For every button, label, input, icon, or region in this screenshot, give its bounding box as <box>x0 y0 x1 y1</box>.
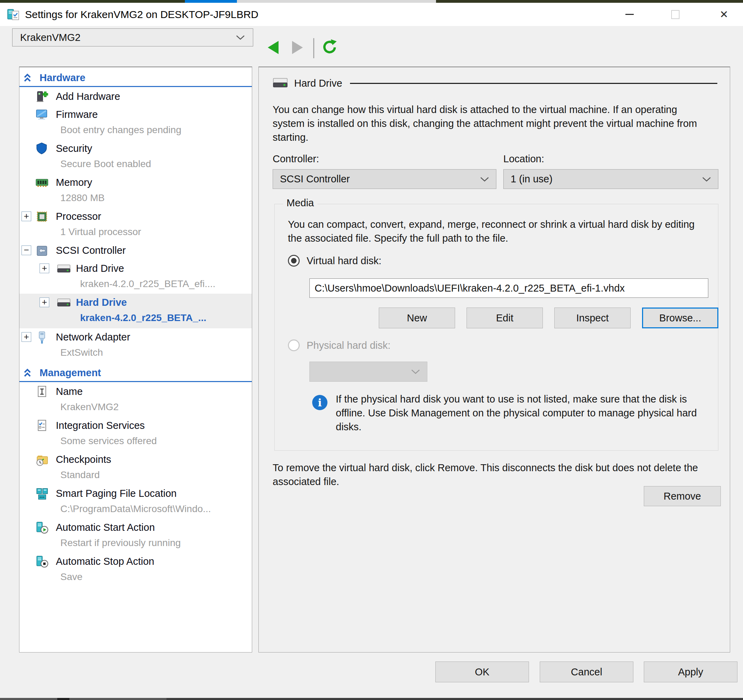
add-hardware-icon <box>36 90 49 104</box>
network-adapter-icon <box>36 331 49 345</box>
expand-icon[interactable]: + <box>40 297 49 307</box>
scsi-controller-icon <box>36 244 49 258</box>
maximize-icon <box>671 10 679 19</box>
section-divider <box>19 381 252 382</box>
refresh-icon[interactable] <box>321 39 337 56</box>
new-button[interactable]: New <box>379 307 455 328</box>
settings-navigation-tree: Hardware Add Hardware <box>19 66 252 653</box>
panel-header: Hard Drive <box>272 75 717 91</box>
management-section-label: Management <box>40 367 101 379</box>
tree-item-label: Automatic Stop Action <box>56 556 154 567</box>
navigate-back-icon[interactable] <box>268 41 278 54</box>
sidebar-item-checkpoints[interactable]: Checkpoints Standard <box>19 451 252 485</box>
sidebar-item-automatic-stop-action[interactable]: Automatic Stop Action Save <box>19 553 252 586</box>
location-label: Location: <box>503 153 544 165</box>
tree-item-label: Processor <box>56 211 101 222</box>
vhd-button-row: New Edit Inspect Browse... <box>379 307 718 328</box>
hard-drive-icon <box>57 262 71 276</box>
virtual-hard-disk-label: Virtual hard disk: <box>306 255 381 267</box>
sidebar-item-name[interactable]: Name KrakenVMG2 <box>19 383 252 417</box>
tree-item-sub: Standard <box>60 470 100 480</box>
sidebar-item-smart-paging-file-location[interactable]: Smart Paging File Location C:\ProgramDat… <box>19 485 252 519</box>
virtual-hard-disk-radio[interactable]: Virtual hard disk: <box>288 255 381 267</box>
tree-item-label: Automatic Start Action <box>56 522 155 533</box>
tree-item-sub: kraken-4.2.0_r225_BETA_... <box>80 312 206 323</box>
media-groupbox: Media You can compact, convert, expand, … <box>274 204 718 451</box>
checkpoints-icon <box>36 453 49 467</box>
media-group-label: Media <box>283 197 317 209</box>
sidebar-item-processor[interactable]: + Processor 1 Virtual processor <box>19 208 252 242</box>
tree-item-label: Smart Paging File Location <box>56 488 176 499</box>
collapse-section-icon[interactable] <box>22 73 33 84</box>
sidebar-item-hard-drive-1[interactable]: + Hard Drive kraken-4.2.0_r225_BETA_efi.… <box>19 260 252 294</box>
apply-button[interactable]: Apply <box>644 662 737 682</box>
radio-selected-icon <box>288 255 300 267</box>
vm-selector-dropdown[interactable]: KrakenVMG2 <box>12 28 253 46</box>
name-icon <box>36 385 49 399</box>
minimize-button[interactable] <box>617 3 642 26</box>
automatic-start-action-icon <box>36 521 49 535</box>
remove-button[interactable]: Remove <box>644 486 721 506</box>
sidebar-item-automatic-start-action[interactable]: Automatic Start Action Restart if previo… <box>19 519 252 553</box>
radio-unselected-icon <box>288 340 300 351</box>
expand-icon[interactable]: + <box>22 332 31 342</box>
sidebar-item-network-adapter[interactable]: + Network Adapter ExtSwitch <box>19 328 252 362</box>
media-description: You can compact, convert, expand, merge,… <box>288 217 709 245</box>
sidebar-item-add-hardware[interactable]: Add Hardware <box>19 88 252 106</box>
browse-button[interactable]: Browse... <box>642 307 718 328</box>
tree-item-label: Security <box>56 143 92 154</box>
cancel-button[interactable]: Cancel <box>540 662 633 682</box>
sidebar-item-integration-services[interactable]: Integration Services Some services offer… <box>19 417 252 451</box>
processor-icon <box>36 210 49 224</box>
hard-drive-icon <box>57 296 71 310</box>
tree-item-label: Firmware <box>56 109 98 120</box>
ok-button[interactable]: OK <box>435 662 529 682</box>
tree-item-sub: 1 Virtual processor <box>60 226 141 238</box>
settings-window: Settings for KrakenVMG2 on DESKTOP-JF9LB… <box>0 0 743 700</box>
controller-label: Controller: <box>272 153 319 165</box>
window-title: Settings for KrakenVMG2 on DESKTOP-JF9LB… <box>25 3 258 26</box>
desktop-background-strip <box>0 0 743 3</box>
collapse-section-icon[interactable] <box>22 368 33 380</box>
sidebar-item-memory[interactable]: Memory 12880 MB <box>19 174 252 208</box>
physical-hard-disk-label: Physical hard disk: <box>306 340 391 351</box>
automatic-stop-action-icon <box>36 555 49 569</box>
vhd-path-input[interactable] <box>309 278 708 298</box>
info-text: If the physical hard disk you want to us… <box>336 392 710 434</box>
inspect-button[interactable]: Inspect <box>554 307 631 328</box>
physical-hard-disk-radio: Physical hard disk: <box>288 340 391 351</box>
tree-item-sub: Save <box>60 572 83 582</box>
tree-item-label: Integration Services <box>56 420 145 431</box>
close-button[interactable]: ✕ <box>712 3 736 26</box>
chevron-down-icon <box>480 176 489 182</box>
tree-item-label: Add Hardware <box>56 91 120 102</box>
location-value: 1 (in use) <box>511 173 552 185</box>
title-bar[interactable]: Settings for KrakenVMG2 on DESKTOP-JF9LB… <box>0 3 743 26</box>
tree-item-sub: KrakenVMG2 <box>60 402 118 413</box>
maximize-button <box>663 3 688 26</box>
panel-title: Hard Drive <box>294 78 342 89</box>
edit-button[interactable]: Edit <box>466 307 543 328</box>
security-shield-icon <box>36 142 49 156</box>
tree-item-sub: Secure Boot enabled <box>60 158 151 170</box>
sidebar-item-security[interactable]: Security Secure Boot enabled <box>19 140 252 174</box>
smart-paging-icon <box>36 487 49 501</box>
hard-drive-settings-panel: Hard Drive You can change how this virtu… <box>258 66 730 653</box>
vm-selector-value: KrakenVMG2 <box>20 32 80 43</box>
tree-item-label: Network Adapter <box>56 331 130 343</box>
controller-value: SCSI Controller <box>280 173 350 185</box>
controller-dropdown[interactable]: SCSI Controller <box>272 169 496 189</box>
memory-icon <box>36 176 49 190</box>
expand-icon[interactable]: + <box>40 263 49 273</box>
physical-disk-dropdown <box>309 362 427 382</box>
info-icon: i <box>312 395 327 410</box>
collapse-icon[interactable]: − <box>22 245 31 255</box>
sidebar-item-hard-drive-2-selected[interactable]: + Hard Drive kraken-4.2.0_r225_BETA_... <box>19 294 252 328</box>
chevron-down-icon <box>411 369 420 374</box>
expand-icon[interactable]: + <box>22 211 31 221</box>
sidebar-item-firmware[interactable]: Firmware Boot entry changes pending <box>19 106 252 140</box>
sidebar-item-scsi-controller[interactable]: − SCSI Controller <box>19 242 252 260</box>
remove-instructions-text: To remove the virtual hard disk, click R… <box>272 461 706 489</box>
location-dropdown[interactable]: 1 (in use) <box>503 169 718 189</box>
sidebar-section-hardware: Hardware <box>19 70 252 86</box>
